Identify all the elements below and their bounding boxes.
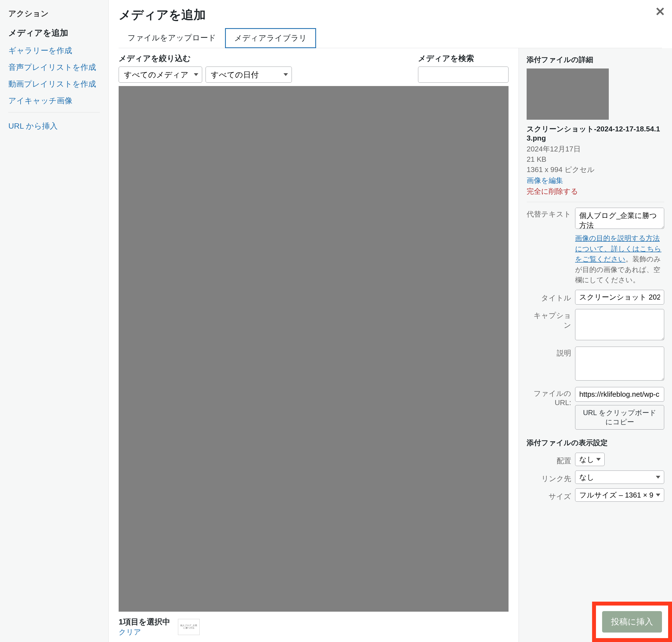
details-heading: 添付ファイルの詳細 — [527, 55, 664, 65]
filter-heading: メディアを絞り込む — [119, 53, 292, 64]
alt-text-input[interactable]: 個人ブログ_企業に勝つ方法 — [575, 208, 664, 229]
tab-upload[interactable]: ファイルをアップロード — [119, 28, 225, 48]
clear-selection-link[interactable]: クリア — [119, 627, 170, 637]
selected-thumbnail[interactable]: 個人ブログ_企業に勝つ方法 — [178, 619, 200, 635]
copy-url-button[interactable]: URL をクリップボードにコピー — [575, 405, 664, 429]
title-input[interactable] — [575, 290, 664, 305]
selection-count: 1項目を選択中 — [119, 617, 170, 627]
linkto-label: リンク先 — [527, 471, 571, 484]
details-filename: スクリーンショット-2024-12-17-18.54.13.png — [527, 124, 664, 143]
description-label: 説明 — [527, 347, 571, 358]
caption-label: キャプション — [527, 309, 571, 330]
details-thumbnail — [527, 68, 609, 120]
details-dimensions: 1361 x 994 ピクセル — [527, 165, 664, 175]
close-icon[interactable]: ✕ — [655, 4, 665, 19]
file-url-label: ファイルの URL: — [527, 387, 571, 407]
media-library: メディアを絞り込む すべてのメディア すべての日付 — [109, 48, 519, 642]
filter-date-select[interactable]: すべての日付 — [205, 66, 292, 83]
display-settings-heading: 添付ファイルの表示設定 — [527, 438, 664, 448]
sidebar-link-featured-image[interactable]: アイキャッチ画像 — [8, 95, 100, 106]
selection-bar: 1項目を選択中 クリア 個人ブログ_企業に勝つ方法 — [109, 612, 519, 642]
alt-help-text: 画像の目的を説明する方法について、詳しくはこちらをご覧ください。装飾のみが目的の… — [575, 233, 664, 285]
sidebar-divider — [8, 112, 100, 113]
size-select[interactable]: フルサイズ – 1361 × 9 — [575, 488, 664, 502]
media-grid[interactable] — [119, 86, 508, 612]
main: ✕ メディアを追加 ファイルをアップロード メディアライブラリ メディアを絞り込… — [109, 0, 672, 642]
filter-media-type-select[interactable]: すべてのメディア — [119, 66, 202, 83]
file-url-input[interactable] — [575, 387, 664, 402]
details-divider — [527, 202, 664, 202]
edit-image-link[interactable]: 画像を編集 — [527, 176, 664, 185]
linkto-select[interactable]: なし — [575, 471, 664, 484]
caption-input[interactable] — [575, 309, 664, 340]
insert-highlight: 投稿に挿入 — [592, 602, 672, 642]
sidebar-actions-heading: アクション — [8, 8, 100, 19]
attachment-details: 添付ファイルの詳細 スクリーンショット-2024-12-17-18.54.13.… — [519, 48, 672, 642]
align-label: 配置 — [527, 453, 571, 466]
sidebar-link-gallery[interactable]: ギャラリーを作成 — [8, 46, 100, 56]
search-heading: メディアを検索 — [418, 53, 508, 64]
align-select[interactable]: なし — [575, 453, 605, 466]
delete-permanently-link[interactable]: 完全に削除する — [527, 187, 664, 196]
title-label: タイトル — [527, 290, 571, 303]
sidebar-link-video-playlist[interactable]: 動画プレイリストを作成 — [8, 79, 100, 89]
tabs: ファイルをアップロード メディアライブラリ — [119, 28, 662, 48]
size-label: サイズ — [527, 488, 571, 501]
sidebar-link-url-insert[interactable]: URL から挿入 — [8, 121, 100, 131]
sidebar-link-audio-playlist[interactable]: 音声プレイリストを作成 — [8, 62, 100, 73]
filter-bar: メディアを絞り込む すべてのメディア すべての日付 — [109, 48, 519, 86]
sidebar: アクション メディアを追加 ギャラリーを作成 音声プレイリストを作成 動画プレイ… — [0, 0, 109, 642]
insert-into-post-button[interactable]: 投稿に挿入 — [602, 611, 662, 632]
search-input[interactable] — [418, 66, 508, 83]
header-title: メディアを追加 — [119, 7, 662, 23]
description-input[interactable] — [575, 347, 664, 381]
details-filesize: 21 KB — [527, 155, 664, 164]
details-date: 2024年12月17日 — [527, 144, 664, 154]
sidebar-title: メディアを追加 — [8, 27, 100, 39]
alt-text-label: 代替テキスト — [527, 208, 571, 219]
header: ✕ メディアを追加 ファイルをアップロード メディアライブラリ — [109, 0, 672, 48]
tab-library[interactable]: メディアライブラリ — [225, 28, 316, 48]
